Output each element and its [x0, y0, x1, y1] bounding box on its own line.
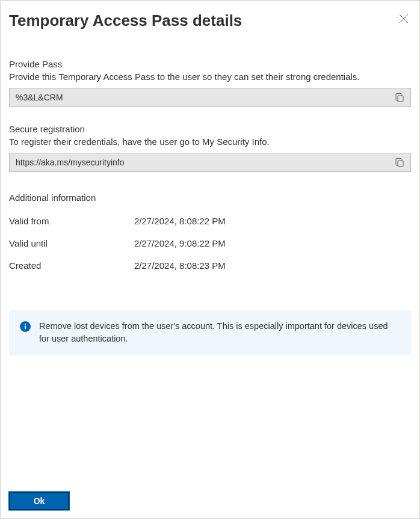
additional-info-section: Additional information Valid from 2/27/2… — [9, 189, 411, 283]
svg-rect-5 — [25, 326, 26, 330]
registration-url-value: https://aka.ms/mysecurityinfo — [16, 158, 392, 167]
pass-value-field: %3&L&CRM — [9, 88, 411, 107]
panel-footer: Ok — [9, 485, 411, 510]
svg-rect-3 — [398, 161, 403, 167]
secure-registration-section: Secure registration To register their cr… — [9, 124, 411, 189]
valid-until-value: 2/27/2024, 9:08:22 PM — [134, 238, 226, 248]
created-row: Created 2/27/2024, 8:08:23 PM — [9, 260, 411, 271]
created-value: 2/27/2024, 8:08:23 PM — [134, 260, 226, 271]
copy-icon — [395, 158, 404, 167]
info-message-bar: Remove lost devices from the user's acco… — [9, 310, 411, 355]
provide-pass-description: Provide this Temporary Access Pass to th… — [9, 72, 411, 82]
valid-until-row: Valid until 2/27/2024, 9:08:22 PM — [9, 238, 411, 248]
provide-pass-section: Provide Pass Provide this Temporary Acce… — [9, 59, 411, 124]
info-icon — [20, 321, 31, 332]
additional-info-heading: Additional information — [9, 192, 411, 203]
registration-url-field: https://aka.ms/mysecurityinfo — [9, 153, 411, 172]
secure-registration-description: To register their credentials, have the … — [9, 137, 411, 147]
panel-header: Temporary Access Pass details — [9, 11, 411, 30]
valid-from-row: Valid from 2/27/2024, 8:08:22 PM — [9, 216, 411, 226]
copy-url-button[interactable] — [392, 155, 407, 170]
copy-pass-button[interactable] — [392, 90, 407, 105]
valid-from-value: 2/27/2024, 8:08:22 PM — [134, 216, 226, 226]
valid-until-label: Valid until — [9, 238, 134, 248]
copy-icon — [395, 93, 404, 102]
svg-point-4 — [25, 324, 26, 325]
secure-registration-label: Secure registration — [9, 124, 411, 134]
tap-details-panel: Temporary Access Pass details Provide Pa… — [0, 0, 420, 519]
close-icon — [399, 14, 409, 23]
ok-button[interactable]: Ok — [9, 492, 69, 510]
additional-info-table: Valid from 2/27/2024, 8:08:22 PM Valid u… — [9, 216, 411, 271]
svg-rect-2 — [398, 96, 403, 102]
panel-title: Temporary Access Pass details — [9, 11, 242, 30]
info-message-text: Remove lost devices from the user's acco… — [39, 320, 400, 345]
close-button[interactable] — [397, 11, 411, 26]
valid-from-label: Valid from — [9, 216, 134, 226]
pass-value: %3&L&CRM — [16, 93, 392, 102]
provide-pass-label: Provide Pass — [9, 59, 411, 69]
created-label: Created — [9, 260, 134, 271]
